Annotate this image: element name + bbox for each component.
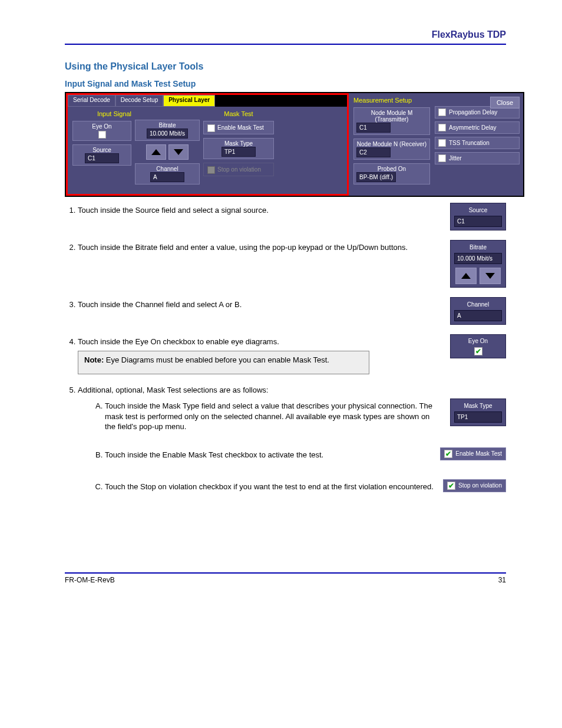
thumb-channel-value: A bbox=[454, 310, 502, 322]
thumb-enable-mask: ✔ Enable Mask Test bbox=[440, 447, 506, 460]
tab-decode-setup[interactable]: Decode Setup bbox=[115, 95, 163, 107]
probed-on-label: Probed On bbox=[356, 166, 427, 172]
step-1: Source C1 Touch inside the Source field … bbox=[78, 205, 506, 234]
thumb-source-label: Source bbox=[454, 206, 502, 215]
step-1-text: Touch inside the Source field and select… bbox=[78, 206, 269, 215]
thumb-mask-type-value: TP1 bbox=[454, 411, 502, 423]
step-5c-text: Touch the Stop on violation checkbox if … bbox=[105, 482, 434, 491]
thumb-bitrate: Bitrate 10.000 Mbit/s bbox=[450, 240, 506, 288]
thumb-bitrate-label: Bitrate bbox=[454, 243, 502, 252]
jitter-checkbox[interactable]: Jitter bbox=[435, 152, 520, 164]
enable-mask-label: Enable Mask Test bbox=[217, 124, 264, 131]
enable-mask-checkbox[interactable] bbox=[207, 124, 215, 132]
step-4: Eye On ✔ Touch inside the Eye On checkbo… bbox=[78, 337, 506, 377]
eye-on-checkbox[interactable] bbox=[98, 131, 106, 139]
bitrate-up-button[interactable] bbox=[146, 144, 166, 160]
propagation-delay-label: Propagation Delay bbox=[449, 109, 497, 116]
tss-truncation-checkbox[interactable]: TSS Truncation bbox=[435, 137, 520, 149]
bitrate-button[interactable]: Bitrate 10.000 Mbit/s bbox=[135, 120, 200, 141]
probed-on-value: BP-BM (diff.) bbox=[356, 172, 396, 182]
thumb-channel: Channel A bbox=[450, 297, 506, 325]
thumb-stop-violation: ✔ Stop on violation bbox=[443, 479, 506, 492]
group-label-input-signal: Input Signal bbox=[72, 110, 131, 117]
step-2-text: Touch inside the Bitrate field and enter… bbox=[78, 243, 408, 252]
step-2: Bitrate 10.000 Mbit/s Touch inside the B… bbox=[78, 242, 506, 291]
node-n-value: C2 bbox=[356, 147, 391, 157]
tss-truncation-label: TSS Truncation bbox=[449, 140, 490, 146]
bitrate-label: Bitrate bbox=[159, 122, 176, 129]
step-3: Channel A Touch inside the Channel field… bbox=[78, 299, 506, 328]
page-footer: FR-OM-E-RevB 31 bbox=[65, 572, 506, 584]
thumb-mask-type: Mask Type TP1 bbox=[450, 398, 506, 426]
subsection-title: Input Signal and Mask Test Setup bbox=[65, 79, 506, 88]
chevron-up-icon bbox=[151, 149, 161, 155]
step-5b-text: Touch inside the Enable Mask Test checkb… bbox=[105, 450, 323, 459]
asymmetric-delay-label: Asymmetric Delay bbox=[449, 124, 497, 131]
channel-label: Channel bbox=[156, 166, 178, 172]
source-label: Source bbox=[92, 147, 111, 153]
step-5a-text: Touch inside the Mask Type field and sel… bbox=[105, 401, 432, 431]
source-button[interactable]: Source C1 bbox=[72, 144, 131, 166]
thumb-bitrate-down bbox=[480, 268, 501, 284]
thumb-mask-type-label: Mask Type bbox=[454, 402, 502, 410]
step-5-text: Additional, optional, Mask Test selectio… bbox=[78, 386, 268, 394]
step-5c: ✔ Stop on violation Touch the Stop on vi… bbox=[105, 482, 506, 496]
thumb-eye-on: Eye On ✔ bbox=[450, 334, 506, 358]
thumb-stop-violation-label: Stop on violation bbox=[458, 482, 502, 490]
stop-on-violation-button[interactable]: Stop on violation bbox=[203, 163, 274, 176]
mask-type-label: Mask Type bbox=[224, 140, 253, 147]
thumb-channel-label: Channel bbox=[454, 301, 502, 309]
thumb-eye-on-checkmark: ✔ bbox=[474, 347, 482, 355]
node-m-button[interactable]: Node Module M (Transmitter) C1 bbox=[353, 107, 430, 135]
node-m-value: C1 bbox=[356, 123, 391, 133]
footer-page-number: 31 bbox=[498, 576, 506, 584]
thumb-bitrate-value: 10.000 Mbit/s bbox=[454, 253, 502, 265]
group-label-mask-test: Mask Test bbox=[203, 110, 274, 117]
bitrate-down-button[interactable] bbox=[168, 144, 189, 160]
thumb-eye-on-label: Eye On bbox=[468, 337, 488, 345]
tab-serial-decode[interactable]: Serial Decode bbox=[68, 95, 115, 107]
mask-type-value: TP1 bbox=[222, 147, 256, 157]
stop-on-violation-checkbox[interactable] bbox=[207, 166, 215, 174]
step-5b: ✔ Enable Mask Test Touch inside the Enab… bbox=[105, 450, 506, 464]
close-button[interactable]: Close bbox=[490, 97, 520, 108]
header-divider bbox=[65, 44, 506, 45]
note-box: Note: Eye Diagrams must be enabled befor… bbox=[78, 351, 369, 374]
step-5: Additional, optional, Mask Test selectio… bbox=[78, 385, 506, 513]
chevron-down-icon bbox=[485, 273, 495, 279]
mask-type-button[interactable]: Mask Type TP1 bbox=[203, 138, 274, 159]
physical-layer-dialog: Serial Decode Decode Setup Physical Laye… bbox=[65, 92, 524, 197]
step-3-text: Touch inside the Channel field and selec… bbox=[78, 300, 242, 309]
tab-bar: Serial Decode Decode Setup Physical Laye… bbox=[68, 95, 347, 107]
probed-on-button[interactable]: Probed On BP-BM (diff.) bbox=[353, 163, 430, 185]
eye-on-label: Eye On bbox=[92, 123, 111, 130]
enable-mask-button[interactable]: Enable Mask Test bbox=[203, 121, 274, 134]
eye-on-button[interactable]: Eye On bbox=[72, 121, 131, 141]
tab-physical-layer[interactable]: Physical Layer bbox=[163, 95, 215, 107]
stop-on-violation-label: Stop on violation bbox=[217, 166, 261, 173]
bitrate-value: 10.000 Mbit/s bbox=[147, 129, 188, 139]
check-icon: ✔ bbox=[447, 482, 455, 490]
note-label: Note: bbox=[84, 355, 104, 364]
source-value: C1 bbox=[85, 153, 119, 163]
jitter-label: Jitter bbox=[449, 155, 462, 162]
page-header-brand: FlexRaybus TDP bbox=[65, 29, 506, 40]
steps-list: Source C1 Touch inside the Source field … bbox=[78, 205, 506, 513]
thumb-bitrate-up bbox=[455, 268, 477, 284]
check-icon: ✔ bbox=[444, 450, 452, 458]
node-m-label: Node Module M (Transmitter) bbox=[356, 110, 427, 123]
footer-doc-id: FR-OM-E-RevB bbox=[65, 576, 115, 584]
section-title: Using the Physical Layer Tools bbox=[65, 61, 506, 72]
channel-button[interactable]: Channel A bbox=[135, 163, 200, 185]
thumb-enable-mask-label: Enable Mask Test bbox=[455, 450, 502, 458]
thumb-source: Source C1 bbox=[450, 203, 506, 230]
group-label-measurement-setup: Measurement Setup bbox=[353, 97, 430, 104]
node-n-label: Node Module N (Receiver) bbox=[356, 141, 427, 147]
thumb-source-value: C1 bbox=[454, 216, 502, 228]
step-5a: Mask Type TP1 Touch inside the Mask Type… bbox=[105, 401, 506, 432]
node-n-button[interactable]: Node Module N (Receiver) C2 bbox=[353, 139, 430, 160]
chevron-up-icon bbox=[461, 273, 471, 279]
channel-value: A bbox=[150, 172, 184, 182]
asymmetric-delay-checkbox[interactable]: Asymmetric Delay bbox=[435, 121, 520, 134]
step-4-text: Touch inside the Eye On checkbox to enab… bbox=[78, 337, 279, 346]
